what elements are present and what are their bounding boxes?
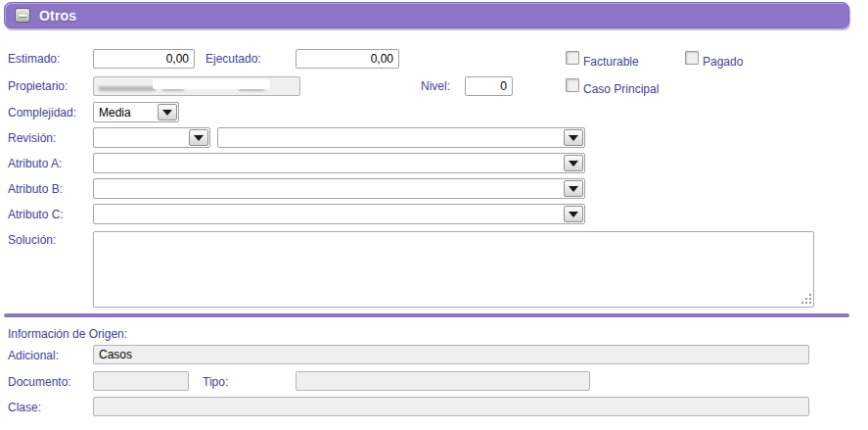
clase-field	[93, 397, 809, 416]
atributo-c-select[interactable]	[93, 204, 585, 224]
revision-detail-select[interactable]	[217, 127, 585, 148]
adicional-field: Casos	[93, 345, 809, 364]
atributo-a-label: Atributo A:	[8, 157, 62, 170]
resize-grip-icon[interactable]	[801, 294, 812, 305]
tipo-label: Tipo:	[203, 375, 228, 389]
revision-label: Revisión:	[8, 131, 56, 145]
documento-label: Documento:	[8, 375, 71, 389]
propietario-field	[93, 76, 300, 96]
atributo-b-select[interactable]	[93, 178, 585, 199]
documento-field	[93, 371, 189, 391]
complejidad-select[interactable]: Media	[93, 102, 179, 122]
pagado-checkbox[interactable]	[685, 51, 699, 65]
facturable-label: Facturable	[583, 55, 639, 69]
estimado-input[interactable]	[93, 49, 195, 69]
section-divider	[4, 313, 849, 317]
revision-select[interactable]	[93, 127, 210, 148]
redaction-overlay	[153, 79, 270, 89]
chevron-down-icon[interactable]	[564, 180, 583, 197]
nivel-label: Nivel:	[421, 79, 450, 93]
solucion-label: Solución:	[8, 233, 56, 247]
solucion-textarea[interactable]	[93, 231, 814, 308]
ejecutado-input[interactable]	[296, 49, 399, 69]
adicional-label: Adicional:	[8, 349, 59, 362]
adicional-value: Casos	[99, 348, 132, 361]
panel-header: Otros	[4, 2, 849, 28]
caso-principal-label: Caso Principal	[583, 82, 659, 96]
ejecutado-label: Ejecutado:	[206, 52, 261, 66]
atributo-a-select[interactable]	[93, 153, 585, 173]
chevron-down-icon[interactable]	[564, 206, 583, 222]
redacted-text	[99, 86, 156, 91]
propietario-label: Propietario:	[8, 79, 68, 93]
chevron-down-icon[interactable]	[189, 129, 208, 146]
caso-principal-checkbox[interactable]	[566, 78, 579, 92]
collapse-button[interactable]	[15, 8, 30, 23]
pagado-label: Pagado	[703, 55, 743, 69]
atributo-c-label: Atributo C:	[8, 208, 64, 221]
atributo-b-label: Atributo B:	[8, 182, 63, 196]
nivel-input[interactable]	[465, 76, 513, 96]
chevron-down-icon[interactable]	[158, 104, 177, 120]
minus-icon	[19, 15, 26, 17]
estimado-label: Estimado:	[8, 52, 60, 66]
origen-section-label: Información de Origen:	[8, 327, 127, 341]
complejidad-value: Media	[99, 106, 131, 119]
otros-panel: Otros Estimado: Ejecutado: Facturable Pa…	[0, 0, 868, 430]
facturable-checkbox[interactable]	[566, 51, 579, 65]
chevron-down-icon[interactable]	[564, 155, 583, 171]
complejidad-label: Complejidad:	[8, 106, 76, 119]
panel-title: Otros	[39, 8, 76, 24]
tipo-field	[296, 371, 590, 391]
chevron-down-icon[interactable]	[564, 129, 583, 146]
clase-label: Clase:	[8, 401, 41, 414]
